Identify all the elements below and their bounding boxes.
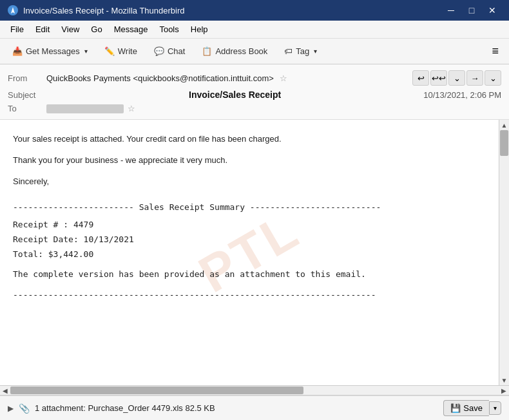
scroll-right-button[interactable]: ▶: [499, 385, 509, 396]
paragraph-3: Sincerely,: [13, 175, 486, 189]
receipt-summary-header: ------------------------ Sales Receipt S…: [13, 201, 486, 215]
from-label: From: [8, 73, 46, 83]
email-body: PTL Your sales receipt is attached. Your…: [0, 120, 499, 385]
get-messages-icon: 📥: [12, 46, 23, 56]
receipt-total-value: $3,442.00: [48, 249, 93, 259]
attachment-count: 1 attachment:: [35, 403, 86, 413]
scroll-down-button[interactable]: ▼: [499, 375, 510, 385]
subject-label: Subject: [8, 90, 46, 100]
scroll-track[interactable]: [499, 130, 509, 375]
chat-icon: 💬: [154, 46, 164, 56]
toolbar: 📥 Get Messages ▾ ✏️ Write 💬 Chat 📋 Addre…: [0, 39, 509, 64]
main-container: From QuickBooks Payments <quickbooks@not…: [0, 64, 509, 420]
write-button[interactable]: ✏️ Write: [97, 43, 144, 59]
to-row: To ☆: [8, 102, 501, 115]
scroll-thumb[interactable]: [500, 130, 508, 156]
scroll-up-button[interactable]: ▲: [499, 120, 510, 130]
menu-message[interactable]: Message: [109, 23, 153, 36]
reply-button[interactable]: ↩: [412, 70, 429, 86]
hamburger-menu-button[interactable]: ≡: [486, 42, 504, 61]
to-star-icon[interactable]: ☆: [128, 104, 135, 113]
save-button[interactable]: 💾 Save: [443, 400, 489, 416]
email-date: 10/13/2021, 2:06 PM: [423, 90, 501, 100]
attachment-info: 1 attachment: Purchase_Order 4479.xls 82…: [35, 403, 438, 413]
receipt-number-label: Receipt # :: [13, 220, 68, 229]
expand-button[interactable]: ⌄: [448, 70, 465, 86]
menu-tools[interactable]: Tools: [154, 23, 184, 36]
receipt-date-line: Receipt Date: 10/13/2021: [13, 233, 486, 247]
horizontal-scrollbar[interactable]: ◀ ▶: [0, 385, 509, 396]
menu-edit[interactable]: Edit: [30, 23, 55, 36]
email-header: From QuickBooks Payments <quickbooks@not…: [0, 64, 509, 120]
attachment-filename[interactable]: Purchase_Order 4479.xls: [88, 403, 182, 413]
from-name: QuickBooks Payments: [46, 73, 131, 83]
h-scroll-track[interactable]: [10, 386, 499, 395]
titlebar-left: Invoice/Sales Receipt - Mozilla Thunderb…: [8, 5, 185, 15]
app-icon: [8, 5, 18, 15]
email-content: Your sales receipt is attached. Your cre…: [13, 133, 486, 302]
tag-icon: 🏷: [284, 46, 293, 56]
from-star-icon[interactable]: ☆: [280, 73, 287, 83]
from-email: <quickbooks@notification.inttuit.com>: [133, 73, 273, 83]
subject-row: Subject Invoice/Sales Receipt 10/13/2021…: [8, 88, 501, 102]
to-label: To: [8, 104, 46, 113]
menu-file[interactable]: File: [5, 23, 29, 36]
save-icon: 💾: [450, 403, 461, 413]
window-controls: ─ □ ✕: [442, 4, 501, 17]
h-scroll-thumb[interactable]: [10, 387, 303, 394]
receipt-note-text: The complete version has been provided a…: [13, 268, 486, 282]
address-book-label: Address Book: [215, 46, 267, 56]
receipt-number-value: 4479: [73, 220, 93, 229]
paragraph-2: Thank you for your business - we appreci…: [13, 154, 486, 167]
tag-label: Tag: [296, 46, 309, 56]
receipt-date-label: Receipt Date:: [13, 234, 79, 244]
body-area: PTL Your sales receipt is attached. Your…: [0, 120, 509, 385]
header-action-buttons: ↩ ↩↩ ⌄ → ⌄: [412, 70, 501, 86]
receipt-total-line: Total: $3,442.00: [13, 248, 486, 262]
receipt-number-line: Receipt # : 4479: [13, 218, 486, 232]
maximize-button[interactable]: □: [463, 4, 481, 17]
from-value: QuickBooks Payments <quickbooks@notifica…: [46, 73, 412, 83]
attachment-expand-button[interactable]: ▶: [8, 404, 14, 413]
save-button-group: 💾 Save ▾: [443, 400, 501, 416]
receipt-date-value: 10/13/2021: [84, 234, 134, 244]
address-book-icon: 📋: [202, 46, 212, 56]
subject-value: Invoice/Sales Receipt: [189, 90, 281, 100]
receipt-total-label: Total:: [13, 249, 43, 259]
vertical-scrollbar[interactable]: ▲ ▼: [499, 120, 509, 385]
tag-dropdown-icon[interactable]: ▾: [314, 48, 317, 55]
menu-go[interactable]: Go: [86, 23, 107, 36]
reply-all-button[interactable]: ↩↩: [430, 70, 447, 86]
get-messages-button[interactable]: 📥 Get Messages ▾: [5, 43, 95, 59]
from-row: From QuickBooks Payments <quickbooks@not…: [8, 68, 501, 88]
attachment-bar: ▶ 📎 1 attachment: Purchase_Order 4479.xl…: [0, 396, 509, 420]
tag-button[interactable]: 🏷 Tag ▾: [277, 43, 324, 59]
get-messages-dropdown-icon[interactable]: ▾: [84, 48, 88, 55]
menu-view[interactable]: View: [56, 23, 84, 36]
receipt-summary: ------------------------ Sales Receipt S…: [13, 201, 486, 302]
titlebar: Invoice/Sales Receipt - Mozilla Thunderb…: [0, 0, 509, 21]
write-label: Write: [118, 46, 137, 56]
receipt-note: The complete version has been provided a…: [13, 268, 486, 303]
paperclip-icon: 📎: [19, 403, 30, 414]
menu-help[interactable]: Help: [186, 23, 213, 36]
chat-button[interactable]: 💬 Chat: [147, 43, 192, 59]
more-button[interactable]: ⌄: [485, 70, 501, 86]
chat-label: Chat: [168, 46, 185, 56]
minimize-button[interactable]: ─: [442, 4, 460, 17]
write-icon: ✏️: [104, 46, 115, 56]
close-button[interactable]: ✕: [483, 4, 501, 17]
forward-button[interactable]: →: [466, 70, 483, 86]
scroll-left-button[interactable]: ◀: [0, 385, 10, 396]
save-dropdown-button[interactable]: ▾: [489, 401, 501, 415]
paragraph-1: Your sales receipt is attached. Your cre…: [13, 133, 486, 146]
menubar: File Edit View Go Message Tools Help: [0, 21, 509, 39]
to-value: [46, 104, 124, 113]
receipt-footer-divider: ----------------------------------------…: [13, 289, 486, 302]
save-label: Save: [463, 403, 483, 413]
get-messages-label: Get Messages: [26, 46, 80, 56]
address-book-button[interactable]: 📋 Address Book: [195, 43, 274, 59]
window-title: Invoice/Sales Receipt - Mozilla Thunderb…: [23, 6, 185, 15]
attachment-filesize: 82.5 KB: [185, 403, 215, 413]
